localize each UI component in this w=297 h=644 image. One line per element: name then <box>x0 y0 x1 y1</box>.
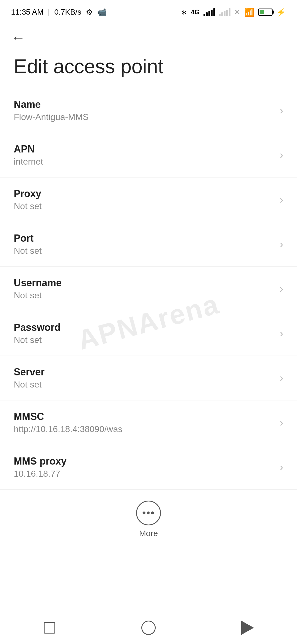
settings-value-username: Not set <box>14 290 274 301</box>
settings-item-username-content: Username Not set <box>14 277 274 301</box>
settings-value-mmsc: http://10.16.18.4:38090/was <box>14 424 274 434</box>
signal-bars-2 <box>219 8 230 16</box>
settings-item-name[interactable]: Name Flow-Antigua-MMS › <box>0 88 297 133</box>
settings-item-apn[interactable]: APN internet › <box>0 133 297 178</box>
back-area[interactable]: ← <box>0 22 297 50</box>
settings-label-mmsc: MMSC <box>14 411 274 422</box>
chevron-right-password: › <box>280 327 283 340</box>
settings-label-mms-proxy: MMS proxy <box>14 455 274 467</box>
settings-label-username: Username <box>14 277 274 289</box>
back-arrow-icon: ← <box>11 30 25 45</box>
settings-item-name-content: Name Flow-Antigua-MMS <box>14 99 274 122</box>
signal-4g-icon: 4G <box>191 8 200 16</box>
settings-item-apn-content: APN internet <box>14 143 274 167</box>
signal-bars-1 <box>204 8 215 16</box>
network-speed: 0.7KB/s <box>54 8 81 17</box>
settings-item-password-content: Password Not set <box>14 322 274 345</box>
chevron-right-username: › <box>280 283 283 295</box>
recent-apps-icon <box>44 622 55 634</box>
settings-list: Name Flow-Antigua-MMS › APN internet › P… <box>0 88 297 490</box>
settings-label-password: Password <box>14 322 274 333</box>
settings-icon: ⚙ <box>86 8 93 17</box>
settings-item-mms-proxy[interactable]: MMS proxy 10.16.18.77 › <box>0 445 297 490</box>
settings-value-name: Flow-Antigua-MMS <box>14 112 274 122</box>
time-display: 11:35 AM <box>11 8 43 17</box>
chevron-right-server: › <box>280 372 283 384</box>
settings-item-mmsc-content: MMSC http://10.16.18.4:38090/was <box>14 411 274 434</box>
settings-value-server: Not set <box>14 380 274 390</box>
chevron-right-proxy: › <box>280 193 283 206</box>
bolt-icon: ⚡ <box>276 8 286 17</box>
no-signal-icon: ✕ <box>234 8 240 17</box>
settings-value-port: Not set <box>14 246 274 256</box>
wifi-icon: 📶 <box>244 7 254 17</box>
settings-value-mms-proxy: 10.16.18.77 <box>14 469 274 479</box>
settings-item-username[interactable]: Username Not set › <box>0 267 297 311</box>
settings-item-server-content: Server Not set <box>14 366 274 390</box>
more-dots-icon: ••• <box>142 508 155 518</box>
settings-value-password: Not set <box>14 335 274 345</box>
back-button[interactable]: ← <box>11 30 286 45</box>
chevron-right-mms-proxy: › <box>280 461 283 473</box>
settings-item-password[interactable]: Password Not set › <box>0 311 297 356</box>
chevron-right-port: › <box>280 238 283 250</box>
settings-label-apn: APN <box>14 143 274 155</box>
settings-label-name: Name <box>14 99 274 110</box>
bluetooth-icon: ∗ <box>181 8 187 17</box>
more-button[interactable]: ••• <box>136 501 161 525</box>
back-nav-icon <box>241 621 254 635</box>
settings-item-port-content: Port Not set <box>14 233 274 256</box>
camera-icon: 📹 <box>97 8 107 17</box>
chevron-right-name: › <box>280 104 283 117</box>
nav-home[interactable] <box>135 617 162 639</box>
chevron-right-mmsc: › <box>280 416 283 429</box>
battery-indicator <box>258 9 273 16</box>
settings-item-proxy-content: Proxy Not set <box>14 188 274 211</box>
settings-label-proxy: Proxy <box>14 188 274 200</box>
more-area: ••• More <box>0 490 297 546</box>
settings-label-port: Port <box>14 233 274 244</box>
settings-value-apn: internet <box>14 157 274 167</box>
nav-bar <box>0 611 297 644</box>
settings-item-mmsc[interactable]: MMSC http://10.16.18.4:38090/was › <box>0 400 297 445</box>
settings-value-proxy: Not set <box>14 201 274 211</box>
more-label: More <box>139 529 158 538</box>
home-icon <box>141 621 156 635</box>
page-title: Edit access point <box>0 50 297 88</box>
settings-label-server: Server <box>14 366 274 378</box>
speed-display: | <box>48 8 50 17</box>
nav-back[interactable] <box>234 617 261 639</box>
settings-item-proxy[interactable]: Proxy Not set › <box>0 178 297 222</box>
status-left: 11:35 AM | 0.7KB/s ⚙ 📹 <box>11 8 107 17</box>
nav-recent-apps[interactable] <box>36 617 63 639</box>
status-right: ∗ 4G ✕ 📶 ⚡ <box>181 7 286 17</box>
settings-item-port[interactable]: Port Not set › <box>0 222 297 267</box>
chevron-right-apn: › <box>280 149 283 161</box>
status-bar: 11:35 AM | 0.7KB/s ⚙ 📹 ∗ 4G ✕ 📶 ⚡ <box>0 0 297 22</box>
settings-item-mms-proxy-content: MMS proxy 10.16.18.77 <box>14 455 274 479</box>
settings-item-server[interactable]: Server Not set › <box>0 356 297 400</box>
